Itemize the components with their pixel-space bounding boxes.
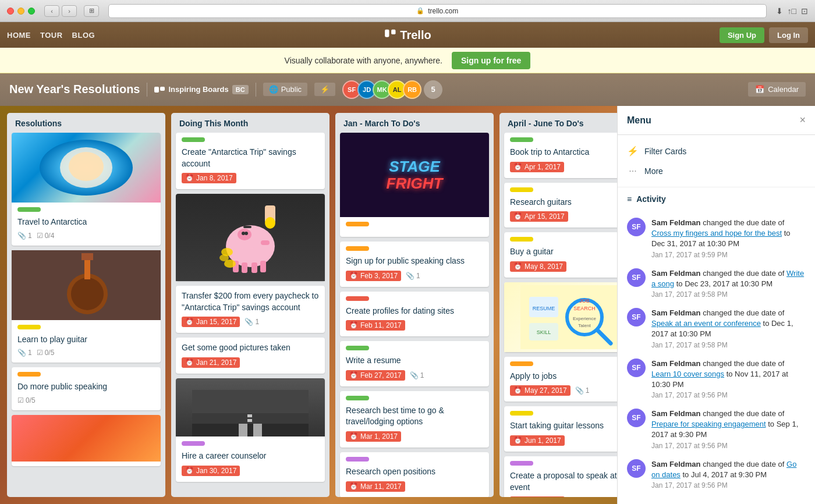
activity-text-1: Sam Feldman changed the due date of Writ… bbox=[651, 268, 806, 289]
close-window-btn[interactable] bbox=[7, 8, 14, 15]
activity-content-2: Sam Feldman changed the due date of Spea… bbox=[651, 308, 806, 349]
forward-btn[interactable]: › bbox=[62, 5, 77, 17]
card-research-guitars[interactable]: Research guitars ⏰ Apr 15, 2017 bbox=[504, 183, 617, 228]
url-bar[interactable]: 🔒 trello.com bbox=[108, 4, 767, 18]
card-label bbox=[510, 237, 533, 242]
card-apply-jobs[interactable]: Apply to jobs ⏰ May 27, 2017 📎 1 bbox=[504, 357, 617, 402]
download-icon[interactable]: ⬇ bbox=[776, 6, 783, 16]
card-job-search[interactable]: RESUME SKILL JOB SEARCH Experience Talen… bbox=[504, 282, 617, 352]
card-career-counselor[interactable]: Hire a career counselor ⏰ Jan 30, 2017 bbox=[176, 378, 325, 482]
board-columns: Resolutions Travel to Antarctic bbox=[0, 106, 617, 504]
card-public-speaking[interactable]: Do more public speaking ☑ 0/5 bbox=[12, 367, 161, 410]
card-learn-guitar[interactable]: Learn to play guitar 📎 1 ☑ 0/5 bbox=[12, 250, 161, 363]
card-write-resume[interactable]: Write a resume ⏰ Feb 27, 2017 📎 1 bbox=[340, 341, 489, 386]
svg-rect-17 bbox=[242, 262, 247, 273]
sidebar-close-button[interactable]: × bbox=[799, 114, 806, 126]
card-body-dating: Create profiles for dating sites ⏰ Feb 1… bbox=[340, 292, 489, 337]
activity-link-0[interactable]: Cross my fingers and hope for the best bbox=[651, 229, 782, 237]
card-title: Research open positions bbox=[346, 466, 483, 478]
card-title: Get some good pictures taken bbox=[182, 342, 319, 354]
nav-home[interactable]: HOME bbox=[7, 31, 31, 40]
card-resolutions-img[interactable] bbox=[12, 415, 161, 466]
clock-icon: ⏰ bbox=[185, 174, 194, 182]
card-savings-account[interactable]: Create "Antarctica Trip" savings account… bbox=[176, 133, 325, 189]
activity-item-2: SF Sam Feldman changed the due date of S… bbox=[627, 308, 806, 349]
board-title[interactable]: New Year's Resolutions bbox=[9, 83, 140, 96]
svg-rect-32 bbox=[247, 419, 252, 422]
login-button[interactable]: Log In bbox=[769, 27, 808, 43]
card-research-time[interactable]: Research best time to go & travel/lodgin… bbox=[340, 391, 489, 448]
activity-link-2[interactable]: Speak at an event or conference bbox=[651, 319, 761, 328]
member-avatar-5[interactable]: RB bbox=[403, 80, 421, 99]
column-cards-resolutions: Travel to Antarctica 📎 1 ☑ 0/4 bbox=[7, 133, 165, 497]
card-piggy-bank[interactable] bbox=[176, 194, 325, 281]
back-btn[interactable]: ‹ bbox=[44, 5, 59, 17]
activity-link-3[interactable]: Learn 10 cover songs bbox=[651, 370, 724, 378]
clock-icon: ⏰ bbox=[513, 386, 522, 395]
card-meta: ⏰ May 27, 2017 📎 1 bbox=[510, 385, 617, 396]
card-travel-antarctica[interactable]: Travel to Antarctica 📎 1 ☑ 0/4 bbox=[12, 133, 161, 246]
column-title-doing: Doing This Month bbox=[171, 113, 329, 133]
card-proposal-speak[interactable]: Create a proposal to speak at an event ⏰… bbox=[504, 456, 617, 497]
signup-free-button[interactable]: Sign up for free bbox=[452, 52, 530, 69]
filter-cards-item[interactable]: ⚡ Filter Cards bbox=[618, 141, 815, 161]
card-body-positions: Research open positions ⏰ Mar 11, 2017 bbox=[340, 452, 489, 497]
card-title: Do more public speaking bbox=[17, 381, 155, 393]
signup-button[interactable]: Sign Up bbox=[720, 27, 764, 43]
card-body-guitar: Learn to play guitar 📎 1 ☑ 0/5 bbox=[12, 320, 161, 363]
more-icon: ··· bbox=[627, 166, 639, 176]
card-title: Write a resume bbox=[346, 355, 483, 367]
card-label bbox=[510, 187, 533, 192]
globe-icon: 🌐 bbox=[269, 85, 278, 94]
workspace-link[interactable]: Inspiring Boards BC bbox=[154, 85, 248, 94]
card-book-trip[interactable]: Book trip to Antarctica ⏰ Apr 1, 2017 bbox=[504, 133, 617, 178]
card-body-stub bbox=[12, 462, 161, 466]
svg-rect-15 bbox=[261, 240, 270, 245]
board-members: SF JD MK AL RB 5 bbox=[342, 80, 442, 99]
card-body-research-time: Research best time to go & travel/lodgin… bbox=[340, 391, 489, 448]
checklist-icon: ☑ bbox=[37, 232, 43, 240]
card-guitar-lessons[interactable]: Start taking guitar lessons ⏰ Jun 1, 201… bbox=[504, 406, 617, 452]
activity-text-2: Sam Feldman changed the due date of Spea… bbox=[651, 308, 806, 340]
sidebar-header: Menu × bbox=[618, 106, 815, 135]
more-label: More bbox=[644, 166, 663, 176]
column-april-june: April - June To Do's Book trip to Antarc… bbox=[499, 113, 617, 497]
column-cards-jan-march: STAGE FRIGHT Sign up for public speaking… bbox=[335, 133, 494, 497]
activity-link-4[interactable]: Prepare for speaking engagement bbox=[651, 420, 766, 428]
checklist-count: ☑ 0/4 bbox=[37, 232, 55, 240]
card-pictures-taken[interactable]: Get some good pictures taken ⏰ Jan 21, 2… bbox=[176, 338, 325, 374]
power-ups-badge[interactable]: ⚡ bbox=[314, 83, 335, 96]
visibility-badge[interactable]: 🌐 Public bbox=[263, 83, 307, 96]
activity-content-3: Sam Feldman changed the due date of Lear… bbox=[651, 359, 806, 400]
card-transfer-200[interactable]: Transfer $200 from every paycheck to "An… bbox=[176, 286, 325, 333]
window-controls[interactable] bbox=[7, 8, 35, 15]
member-count[interactable]: 5 bbox=[424, 80, 442, 99]
visibility-text: Public bbox=[281, 85, 302, 94]
card-due-date: ⏰ May 27, 2017 bbox=[510, 385, 570, 396]
svg-point-4 bbox=[69, 152, 104, 181]
share-icon[interactable]: ↑□ bbox=[788, 6, 796, 16]
resize-icon[interactable]: ⊡ bbox=[801, 6, 808, 16]
card-label bbox=[17, 325, 41, 329]
card-title: Start taking guitar lessons bbox=[510, 420, 617, 432]
nav-blog[interactable]: BLOG bbox=[72, 31, 95, 40]
layout-btn[interactable]: ⊞ bbox=[84, 5, 99, 17]
svg-rect-27 bbox=[192, 422, 309, 436]
filter-icon: ⚡ bbox=[627, 145, 639, 157]
activity-avatar-1: SF bbox=[627, 268, 646, 287]
card-research-positions[interactable]: Research open positions ⏰ Mar 11, 2017 bbox=[340, 452, 489, 497]
card-buy-guitar[interactable]: Buy a guitar ⏰ May 8, 2017 bbox=[504, 232, 617, 278]
card-stage-fright[interactable]: STAGE FRIGHT bbox=[340, 133, 489, 237]
card-meta: ⏰ Feb 11, 2017 bbox=[346, 320, 483, 331]
maximize-window-btn[interactable] bbox=[28, 8, 35, 15]
card-dating-profiles[interactable]: Create profiles for dating sites ⏰ Feb 1… bbox=[340, 292, 489, 337]
minimize-window-btn[interactable] bbox=[17, 8, 24, 15]
activity-time-1: Jan 17, 2017 at 9:58 PM bbox=[651, 290, 806, 299]
card-speaking-class[interactable]: Sign up for public speaking class ⏰ Feb … bbox=[340, 242, 489, 287]
browser-nav[interactable]: ‹ › bbox=[44, 5, 77, 17]
card-meta: ⏰ Jan 15, 2017 📎 1 bbox=[182, 317, 319, 327]
more-item[interactable]: ··· More bbox=[618, 161, 815, 181]
calendar-button[interactable]: 📅 Calendar bbox=[748, 82, 806, 97]
nav-tour[interactable]: TOUR bbox=[40, 31, 63, 40]
clock-icon: ⏰ bbox=[185, 467, 194, 475]
